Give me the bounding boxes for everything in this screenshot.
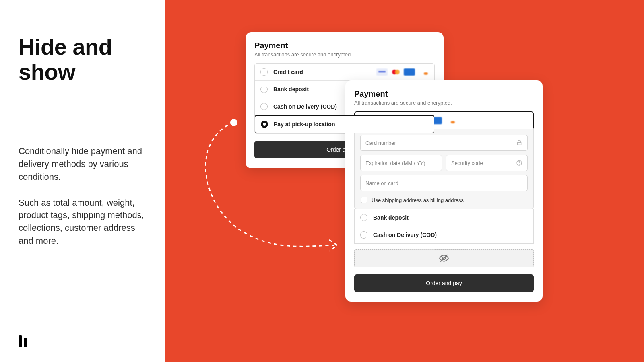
left-panel: Hide and show Conditionally hide payment… [0, 0, 165, 362]
connector-start-dot [230, 119, 237, 126]
card-title: Payment [354, 89, 534, 99]
payment-card-after: Payment All transactions are secure and … [345, 80, 543, 302]
lock-icon [516, 140, 522, 146]
page-description: Conditionally hide payment and delivery … [19, 145, 147, 247]
payment-option-bank-deposit[interactable]: Bank deposit [355, 209, 533, 226]
card-subtitle: All transactions are secure and encrypte… [254, 51, 435, 58]
use-shipping-checkbox-row[interactable]: Use shipping address as billing address [360, 195, 528, 203]
card-number-input[interactable]: Card number [360, 135, 528, 151]
expiration-input[interactable]: Expiration date (MM / YY) [360, 155, 442, 171]
page-title: Hide and show [19, 35, 112, 84]
placeholder-text: Expiration date (MM / YY) [365, 160, 437, 166]
placeholder-text: Card number [365, 140, 516, 146]
radio-icon [261, 121, 268, 128]
help-icon [516, 160, 522, 166]
radio-icon [260, 86, 268, 93]
placeholder-text: Security code [451, 160, 516, 166]
card-brand-icons [376, 68, 429, 76]
security-code-input[interactable]: Security code [446, 155, 528, 171]
option-label: Cash on Delivery (COD) [373, 232, 437, 238]
payment-option-cod[interactable]: Cash on Delivery (COD) [355, 226, 533, 243]
radio-icon [260, 68, 268, 76]
payment-option-pickup[interactable]: Pay at pick-up location [254, 115, 435, 134]
option-label: Bank deposit [273, 86, 309, 93]
checkbox-icon [361, 197, 367, 203]
radio-icon [260, 103, 268, 110]
order-and-pay-button[interactable]: Order and pay [354, 274, 534, 292]
placeholder-text: Name on card [365, 180, 522, 186]
checkbox-label: Use shipping address as billing address [372, 197, 464, 203]
svg-point-1 [519, 164, 519, 165]
other-payment-options: Bank deposit Cash on Delivery (COD) [354, 209, 534, 244]
name-on-card-input[interactable]: Name on card [360, 175, 528, 191]
radio-icon [360, 231, 367, 239]
option-label: Bank deposit [373, 214, 409, 221]
payment-option-credit-card[interactable]: Credit card [255, 64, 434, 81]
option-label: Cash on Delivery (COD) [273, 103, 337, 110]
option-label: Credit card [273, 69, 303, 75]
card-subtitle: All transactions are secure and encrypte… [354, 100, 534, 106]
radio-icon [360, 214, 367, 221]
eye-off-icon [439, 253, 449, 263]
option-label: Pay at pick-up location [274, 121, 335, 128]
hidden-option-placeholder [354, 249, 534, 267]
brand-logo [19, 335, 30, 347]
credit-card-form: Card number Expiration date (MM / YY) Se… [354, 129, 534, 209]
card-title: Payment [254, 41, 435, 50]
